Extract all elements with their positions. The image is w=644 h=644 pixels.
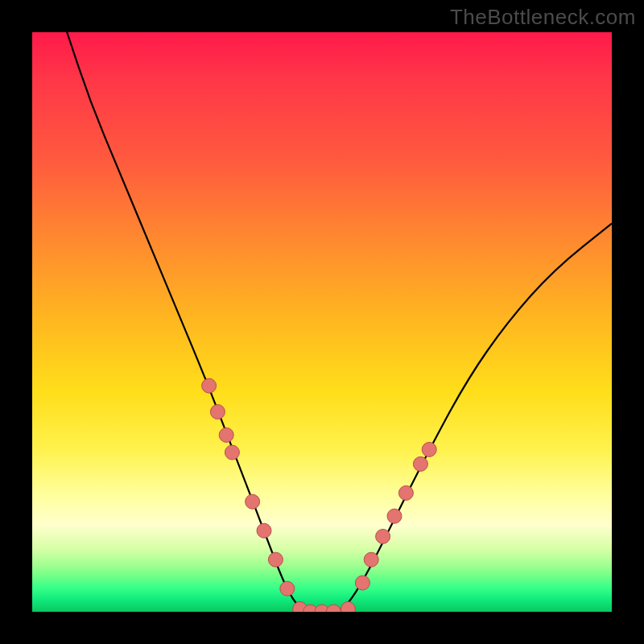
marker-group bbox=[202, 378, 437, 612]
data-marker bbox=[210, 405, 225, 419]
data-marker bbox=[257, 523, 271, 538]
chart-frame: TheBottleneck.com bbox=[0, 0, 644, 644]
data-marker bbox=[341, 601, 355, 612]
curve-layer bbox=[32, 32, 612, 612]
data-marker bbox=[280, 581, 295, 596]
data-marker bbox=[219, 427, 233, 442]
data-marker bbox=[326, 605, 341, 612]
data-marker bbox=[246, 494, 260, 509]
data-marker bbox=[387, 509, 402, 523]
data-marker bbox=[398, 485, 413, 500]
data-marker bbox=[202, 378, 217, 393]
data-marker bbox=[355, 576, 369, 590]
data-marker bbox=[413, 456, 427, 471]
data-marker bbox=[268, 552, 283, 567]
data-marker bbox=[376, 529, 390, 543]
data-marker bbox=[422, 442, 436, 456]
data-marker bbox=[364, 552, 378, 567]
watermark-text: TheBottleneck.com bbox=[450, 5, 636, 30]
bottleneck-curve bbox=[67, 32, 612, 612]
plot-area bbox=[32, 32, 612, 612]
data-marker bbox=[225, 445, 239, 460]
